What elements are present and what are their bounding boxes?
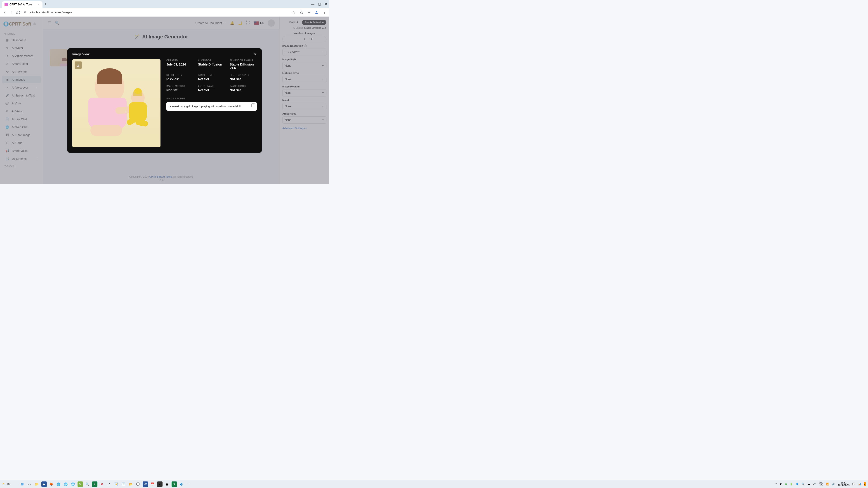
reload-icon[interactable] <box>16 10 20 14</box>
menu-icon[interactable]: ⋮ <box>322 10 327 14</box>
meta-artist-value: Not Set <box>198 88 225 92</box>
modal-overlay[interactable]: Image View ✖ <box>0 17 329 184</box>
meta-vendor-value: Stable Diffusion <box>198 63 225 66</box>
maximize-icon[interactable]: ▢ <box>318 2 321 6</box>
meta-artist-label: ARTIST NAME <box>198 85 225 88</box>
modal-body: ↖ CREATEDJuly 03, 2024 AI VENDORStable D… <box>72 59 257 147</box>
meta-resolution-label: RESOLUTION <box>166 74 193 76</box>
meta-lighting-value: Not Set <box>230 77 257 81</box>
forward-icon[interactable] <box>9 10 13 14</box>
prompt-text: a sweet baby girl of age 4 playing with … <box>169 105 241 108</box>
modal-metadata: CREATEDJuly 03, 2024 AI VENDORStable Dif… <box>166 59 257 147</box>
minimize-icon[interactable]: — <box>311 2 314 6</box>
meta-engine-value: Stable Diffusion v1.6 <box>230 63 257 70</box>
meta-mood-label: IMAGE MOOD <box>230 85 257 88</box>
downloads-icon[interactable] <box>307 10 311 14</box>
bookmark-icon[interactable]: ☆ <box>291 10 296 14</box>
tab-favicon <box>4 3 8 6</box>
prompt-label: IMAGE PROMPT <box>166 97 257 100</box>
meta-style-value: Not Set <box>198 77 225 81</box>
tab-title: CPRT Soft AI Tools <box>9 3 33 6</box>
modal-header: Image View ✖ <box>72 53 257 56</box>
new-tab-button[interactable]: + <box>44 2 47 6</box>
profile-icon[interactable] <box>315 10 319 14</box>
generated-image-content <box>72 59 160 147</box>
meta-medium-value: Not Set <box>166 88 193 92</box>
meta-medium-label: IMAGE MEDIUM <box>166 85 193 88</box>
browser-tab[interactable]: CPRT Soft AI Tools × <box>2 1 42 8</box>
prompt-box: a sweet baby girl of age 4 playing with … <box>166 102 257 111</box>
address-actions: ☆ ⋮ <box>291 10 327 14</box>
cursor-icon: ↖ <box>125 111 127 114</box>
image-view-modal: Image View ✖ <box>67 48 262 153</box>
app-root: 🌐 CPRT Soft ⚛ AI PANEL ▦Dashboard ✎AI Wr… <box>0 17 329 184</box>
modal-image: ↖ <box>72 59 160 147</box>
back-icon[interactable] <box>3 10 7 14</box>
copy-icon[interactable] <box>251 103 255 107</box>
meta-engine-label: AI VENDOR ENGINE <box>230 59 257 62</box>
url-text[interactable]: aitools.cprtsoft.com/user/images <box>30 11 165 14</box>
meta-vendor-label: AI VENDOR <box>198 59 225 62</box>
tab-close-icon[interactable]: × <box>38 3 40 6</box>
meta-mood-value: Not Set <box>230 88 257 92</box>
close-window-icon[interactable]: ✕ <box>324 2 327 6</box>
modal-title: Image View <box>72 53 90 56</box>
browser-tab-bar: CPRT Soft AI Tools × + — ▢ ✕ <box>0 0 329 8</box>
labs-icon[interactable] <box>299 10 303 14</box>
meta-lighting-label: LIGHTING STYLE <box>230 74 257 76</box>
site-info-icon[interactable]: ⚙ <box>23 10 27 14</box>
meta-created-label: CREATED <box>166 59 193 62</box>
meta-resolution-value: 512x512 <box>166 77 193 81</box>
meta-created-value: July 03, 2024 <box>166 63 193 66</box>
window-controls: — ▢ ✕ <box>311 2 327 6</box>
close-icon[interactable]: ✖ <box>254 53 257 56</box>
svg-point-0 <box>316 11 317 12</box>
address-bar: ⚙ aitools.cprtsoft.com/user/images ☆ ⋮ <box>0 8 329 17</box>
meta-style-label: IMAGE STYLE <box>198 74 225 76</box>
